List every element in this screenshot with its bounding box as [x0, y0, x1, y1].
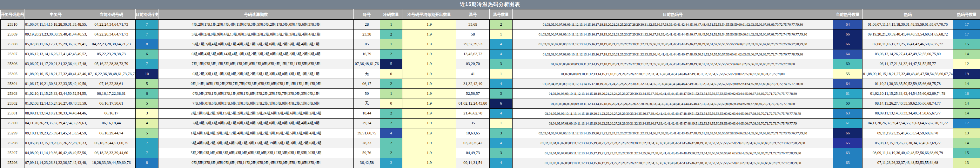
cell-period: 25309: [1, 30, 24, 39]
cell-warm_count: 4: [490, 138, 512, 148]
cell-hot_count: 14: [953, 108, 980, 118]
cell-warm: 09,14,31,54: [457, 158, 490, 168]
table-row: 2530401,06,17,19,21,30,31,32,33,35,42,49…: [1, 79, 980, 89]
cell-warm_count: 1: [490, 30, 512, 39]
cell-cold_num: 无: [354, 69, 380, 79]
cell-cold_num_count: 4: [380, 128, 402, 138]
cell-cold_num_count: 2: [380, 108, 402, 118]
cell-hot: 01,02,10,11,15,25,33,43,44,54,55,60,62,6…: [862, 89, 953, 98]
cell-cold_num_count: 2: [380, 49, 402, 59]
cell-hot_current: 02,03,04,05,07,08,09,10,11,12,13,14,15,1…: [512, 128, 833, 138]
cell-cold_current: 05,16,22,28,38,73,79: [88, 59, 135, 69]
table-row: 2530805,07,08,11,16,17,21,25,29,36,37,39…: [1, 39, 980, 49]
cell-cold_num: 06,17: [354, 79, 380, 89]
cell-hot_current_count: 64: [833, 20, 862, 30]
cell-avg: 1.9: [402, 108, 457, 118]
table-row: 2531001,06,07,11,14,15,18,28,30,31,35,48…: [1, 20, 980, 30]
cell-period: 25297: [1, 148, 24, 158]
column-header-cold_current: 当前冷码号码: [88, 10, 135, 20]
cell-cold_num_count: 2: [380, 138, 402, 148]
cell-omission: 0期,0期,3期,1期,0期,3期,1期,0期,1期,8期,5期,2期,2期,5…: [159, 89, 354, 98]
cell-cold_current: 06,18,29,44,74: [88, 128, 135, 138]
cell-cold_num_count: 2: [380, 118, 402, 128]
cell-cold_count: 5: [135, 98, 159, 108]
cell-warm: 21,46,62,78: [457, 108, 490, 118]
cell-hot: 07,11,23,26,32,37,43,48,52,53,55,64,68: [862, 158, 953, 168]
cell-warm_count: 3: [490, 128, 512, 138]
cell-avg: 1.9: [402, 118, 457, 128]
cell-cold_num: 16,79: [354, 49, 380, 59]
table-body: 2531001,06,07,11,14,15,18,28,30,31,35,48…: [1, 20, 980, 168]
column-header-warm: 温号: [457, 10, 490, 20]
cell-hot_current: 01,02,03,04,05,08,09,10,11,12,13,14,15,1…: [512, 98, 833, 108]
cell-warm: 13,45,63,72: [457, 49, 490, 59]
cell-cold_num_count: 2: [380, 148, 402, 158]
cell-avg: 1.9: [402, 128, 457, 138]
cell-avg: 1.9: [402, 69, 457, 79]
cell-warm_count: 4: [490, 39, 512, 49]
column-header-cold_num: 冷号: [354, 10, 380, 20]
table-row: 2530603,06,07,14,17,20,21,31,32,36,44,47…: [1, 59, 980, 69]
cell-warm_count: 4: [490, 79, 512, 89]
cell-cold_count: 5: [135, 128, 159, 138]
cell-cold_current: 04,22,24,34,64,71,73: [88, 20, 135, 30]
cell-warm: 10,63,65: [457, 128, 490, 138]
cell-cold_num: 36,42,58: [354, 158, 380, 168]
cell-hot: 03,06,12,14,26,27,41,42,49,52,55,66,75,8…: [862, 49, 953, 59]
cell-period: 25304: [1, 79, 24, 89]
cell-cold_current: 07,16,22,36,38,48,61,73,76,79: [88, 69, 135, 79]
cell-cold_num_count: 1: [380, 89, 402, 98]
cell-winning: 01,06,07,11,14,15,18,28,30,31,35,48,55,5…: [24, 20, 88, 30]
cell-hot_count: 17: [953, 118, 980, 128]
cell-hot_current_count: 66: [833, 128, 862, 138]
column-header-hot: 热码: [862, 10, 953, 20]
cell-warm: 35: [457, 118, 490, 128]
cell-winning: 04,08,09,11,14,19,36,40,42,48,49,52,56,5…: [24, 148, 88, 158]
column-header-hot_current: 目前热码号: [512, 10, 833, 20]
cell-hot_current: 01,02,04,06,08,09,10,11,12,13,14,15,17,1…: [512, 79, 833, 89]
cell-hot_current: 03,04,05,07,08,09,10,11,13,14,15,19,20,2…: [512, 118, 833, 128]
cell-cold_num_count: 2: [380, 30, 402, 39]
cell-hot_count: 14: [953, 98, 980, 108]
cell-cold_num: 59,76: [354, 148, 380, 158]
cell-omission: 2期,0期,1期,1期,8期,6期,1期,0期,1期,0期,3期,0期,0期,3…: [159, 118, 354, 128]
cell-avg: 1.9: [402, 158, 457, 168]
cell-warm_count: 4: [490, 158, 512, 168]
cell-cold_count: 7: [135, 30, 159, 39]
cell-avg: 1.9: [402, 138, 457, 148]
cell-period: 25307: [1, 49, 24, 59]
table-row: 2529803,05,08,13,15,19,20,25,26,27,28,30…: [1, 138, 980, 148]
cell-cold_count: 10: [135, 69, 159, 79]
cell-avg: 1.9: [402, 30, 457, 39]
cell-warm_count: 2: [490, 20, 512, 30]
table-row: 2530703,06,12,13,14,16,26,27,41,42,45,49…: [1, 49, 980, 59]
cell-hot_current: 01,02,04,05,07,08,09,11,12,13,14,15,17,1…: [512, 148, 833, 158]
cell-cold_num: 28,33: [354, 138, 380, 148]
cell-avg: 1.9: [402, 98, 457, 108]
cell-hot: 06,14,17,21,31,32,44,47,51,52,55,77: [862, 59, 953, 69]
column-header-avg: 冷号码平均每期开出数量: [402, 10, 457, 20]
cell-cold_num_count: 3: [380, 158, 402, 168]
cell-hot_count: 13: [953, 128, 980, 138]
cell-avg: 1.9: [402, 59, 457, 69]
cell-cold_num: 29,74: [354, 118, 380, 128]
table-row: 2529704,08,09,11,14,19,36,40,42,48,49,52…: [1, 148, 980, 158]
cell-hot_count: 15: [953, 39, 980, 49]
cell-warm: 03,20,25,47: [457, 138, 490, 148]
cell-avg: 1.9: [402, 89, 457, 98]
analysis-table-window: 近15期冷温热码分析图表 开奖号码期号中奖号当前冷码号码目前冷码个数号码遗漏期数…: [0, 0, 980, 168]
cell-cold_count: 6: [135, 89, 159, 98]
cell-cold_num_count: 1: [380, 20, 402, 30]
cell-hot_current: 01,02,03,05,07,08,09,10,11,12,13,14,15,1…: [512, 158, 833, 168]
cell-avg: 1.9: [402, 49, 457, 59]
cell-hot_current_count: 64: [833, 49, 862, 59]
cell-hot_current_count: 61: [833, 89, 862, 98]
column-header-cold_num_count: 冷码数量: [380, 10, 402, 20]
table-row: 2530004,11,20,26,29,35,37,39,47,54,55,59…: [1, 118, 980, 128]
cell-period: 25300: [1, 118, 24, 128]
cell-hot_count: 14: [953, 49, 980, 59]
cell-warm: 52,56,57: [457, 89, 490, 98]
cell-hot_current_count: 64: [833, 79, 862, 89]
cell-hot: 01,19,21,30,33,35,50,52,59,65,66,68,75,7…: [862, 79, 953, 89]
cell-omission: 4期,2期,1期,1期,2期,4期,4期,11期,0期,3期,5期,0期,2期,…: [159, 20, 354, 30]
